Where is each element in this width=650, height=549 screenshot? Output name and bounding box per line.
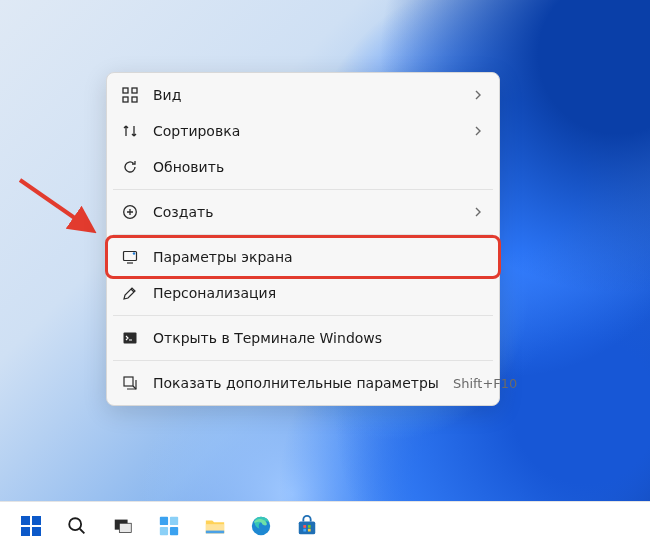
svg-rect-26	[308, 525, 311, 528]
menu-item-label: Открыть в Терминале Windows	[153, 330, 485, 346]
menu-item-view[interactable]: Вид	[111, 77, 495, 113]
svg-point-7	[133, 252, 135, 254]
svg-rect-27	[303, 528, 306, 531]
menu-separator	[113, 234, 493, 235]
svg-rect-12	[21, 527, 30, 536]
menu-item-refresh[interactable]: Обновить	[111, 149, 495, 185]
terminal-icon	[121, 329, 139, 347]
menu-item-label: Обновить	[153, 159, 485, 175]
desktop-context-menu: Вид Сортировка Обновить Создат	[106, 72, 500, 406]
svg-rect-19	[160, 526, 168, 534]
svg-rect-25	[303, 525, 306, 528]
menu-item-personalize[interactable]: Персонализация	[111, 275, 495, 311]
svg-rect-8	[124, 333, 137, 344]
edge-button[interactable]	[242, 507, 280, 545]
menu-item-label: Параметры экрана	[153, 249, 485, 265]
svg-rect-9	[124, 377, 133, 386]
svg-rect-11	[32, 516, 41, 525]
view-icon	[121, 86, 139, 104]
file-explorer-button[interactable]	[196, 507, 234, 545]
menu-item-show-more-options[interactable]: Показать дополнительные параметры Shift+…	[111, 365, 495, 401]
widgets-button[interactable]	[150, 507, 188, 545]
svg-rect-17	[160, 516, 168, 524]
personalize-icon	[121, 284, 139, 302]
new-icon	[121, 203, 139, 221]
menu-item-new[interactable]: Создать	[111, 194, 495, 230]
svg-rect-22	[206, 530, 224, 533]
menu-separator	[113, 360, 493, 361]
start-button[interactable]	[12, 507, 50, 545]
menu-item-display-settings[interactable]: Параметры экрана	[111, 239, 495, 275]
svg-rect-18	[170, 516, 178, 524]
menu-item-open-terminal[interactable]: Открыть в Терминале Windows	[111, 320, 495, 356]
store-button[interactable]	[288, 507, 326, 545]
svg-rect-2	[132, 88, 137, 93]
sort-icon	[121, 122, 139, 140]
chevron-right-icon	[471, 207, 485, 217]
chevron-right-icon	[471, 126, 485, 136]
menu-separator	[113, 315, 493, 316]
svg-rect-24	[299, 521, 316, 534]
svg-rect-20	[170, 526, 178, 534]
svg-point-14	[69, 518, 81, 530]
task-view-button[interactable]	[104, 507, 142, 545]
svg-rect-16	[119, 523, 131, 532]
menu-item-label: Сортировка	[153, 123, 457, 139]
menu-separator	[113, 189, 493, 190]
svg-rect-3	[123, 97, 128, 102]
svg-rect-28	[308, 528, 311, 531]
menu-item-label: Создать	[153, 204, 457, 220]
refresh-icon	[121, 158, 139, 176]
search-button[interactable]	[58, 507, 96, 545]
menu-item-label: Вид	[153, 87, 457, 103]
more-options-icon	[121, 374, 139, 392]
display-icon	[121, 248, 139, 266]
chevron-right-icon	[471, 90, 485, 100]
svg-rect-4	[132, 97, 137, 102]
menu-item-sort[interactable]: Сортировка	[111, 113, 495, 149]
svg-rect-13	[32, 527, 41, 536]
svg-rect-1	[123, 88, 128, 93]
menu-item-label: Персонализация	[153, 285, 485, 301]
taskbar	[0, 501, 650, 549]
svg-rect-10	[21, 516, 30, 525]
menu-item-shortcut: Shift+F10	[453, 376, 517, 391]
menu-item-label: Показать дополнительные параметры	[153, 375, 439, 391]
